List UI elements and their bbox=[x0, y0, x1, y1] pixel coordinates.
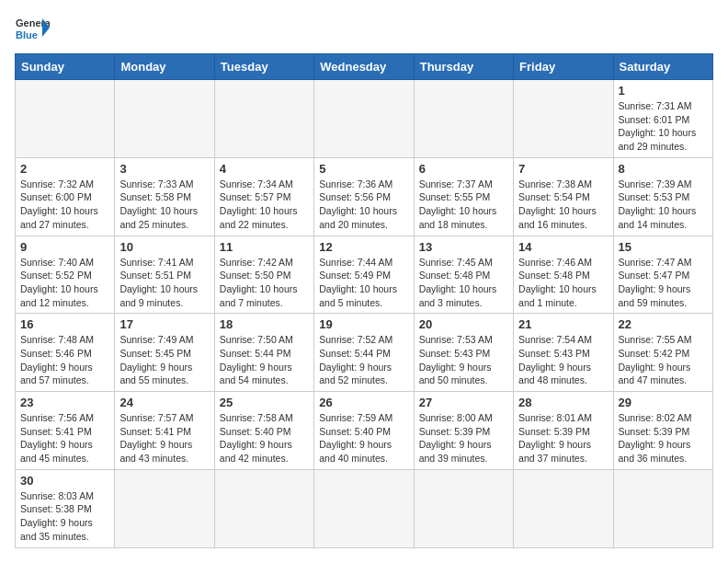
day-number: 2 bbox=[20, 162, 109, 176]
day-number: 29 bbox=[619, 396, 708, 409]
calendar-cell: 29Sunrise: 8:02 AM Sunset: 5:39 PM Dayli… bbox=[613, 392, 712, 470]
day-number: 27 bbox=[419, 396, 508, 409]
day-info: Sunrise: 7:47 AM Sunset: 5:47 PM Dayligh… bbox=[619, 256, 708, 310]
calendar-cell: 6Sunrise: 7:37 AM Sunset: 5:55 PM Daylig… bbox=[414, 157, 513, 236]
col-header-wednesday: Wednesday bbox=[314, 54, 414, 80]
day-info: Sunrise: 7:31 AM Sunset: 6:01 PM Dayligh… bbox=[619, 99, 708, 154]
day-number: 5 bbox=[319, 162, 408, 176]
day-info: Sunrise: 7:48 AM Sunset: 5:46 PM Dayligh… bbox=[20, 333, 109, 387]
day-number: 1 bbox=[619, 84, 708, 98]
calendar-cell bbox=[16, 80, 115, 158]
day-info: Sunrise: 7:53 AM Sunset: 5:43 PM Dayligh… bbox=[419, 333, 508, 387]
calendar-cell bbox=[214, 80, 313, 158]
day-info: Sunrise: 7:52 AM Sunset: 5:44 PM Dayligh… bbox=[319, 333, 408, 387]
col-header-sunday: Sunday bbox=[16, 54, 115, 80]
calendar-cell: 17Sunrise: 7:49 AM Sunset: 5:45 PM Dayli… bbox=[115, 314, 214, 392]
day-info: Sunrise: 7:42 AM Sunset: 5:50 PM Dayligh… bbox=[220, 256, 309, 310]
day-number: 15 bbox=[619, 240, 708, 254]
calendar-cell bbox=[613, 469, 712, 547]
calendar-cell: 22Sunrise: 7:55 AM Sunset: 5:42 PM Dayli… bbox=[613, 314, 712, 392]
calendar-cell: 25Sunrise: 7:58 AM Sunset: 5:40 PM Dayli… bbox=[214, 392, 313, 470]
calendar-cell: 21Sunrise: 7:54 AM Sunset: 5:43 PM Dayli… bbox=[514, 314, 613, 392]
calendar-cell bbox=[414, 469, 513, 547]
calendar-cell: 1Sunrise: 7:31 AM Sunset: 6:01 PM Daylig… bbox=[613, 80, 712, 158]
calendar-cell: 23Sunrise: 7:56 AM Sunset: 5:41 PM Dayli… bbox=[16, 392, 115, 470]
calendar-cell: 10Sunrise: 7:41 AM Sunset: 5:51 PM Dayli… bbox=[115, 236, 214, 314]
calendar-cell: 26Sunrise: 7:59 AM Sunset: 5:40 PM Dayli… bbox=[314, 392, 414, 470]
day-info: Sunrise: 8:01 AM Sunset: 5:39 PM Dayligh… bbox=[518, 411, 608, 465]
day-number: 7 bbox=[518, 162, 608, 176]
calendar-cell bbox=[514, 469, 613, 547]
day-info: Sunrise: 7:41 AM Sunset: 5:51 PM Dayligh… bbox=[119, 256, 209, 310]
day-number: 10 bbox=[119, 240, 209, 254]
calendar-header-row: SundayMondayTuesdayWednesdayThursdayFrid… bbox=[16, 54, 713, 80]
calendar-cell: 28Sunrise: 8:01 AM Sunset: 5:39 PM Dayli… bbox=[514, 392, 613, 470]
day-info: Sunrise: 7:39 AM Sunset: 5:53 PM Dayligh… bbox=[619, 178, 708, 232]
day-number: 24 bbox=[119, 396, 209, 409]
calendar-cell: 7Sunrise: 7:38 AM Sunset: 5:54 PM Daylig… bbox=[514, 157, 613, 236]
day-number: 9 bbox=[20, 240, 109, 254]
calendar-cell bbox=[115, 80, 214, 158]
day-info: Sunrise: 7:46 AM Sunset: 5:48 PM Dayligh… bbox=[518, 256, 608, 310]
day-info: Sunrise: 7:58 AM Sunset: 5:40 PM Dayligh… bbox=[220, 411, 309, 465]
calendar-cell: 16Sunrise: 7:48 AM Sunset: 5:46 PM Dayli… bbox=[16, 314, 115, 392]
day-info: Sunrise: 7:33 AM Sunset: 5:58 PM Dayligh… bbox=[119, 178, 209, 232]
day-info: Sunrise: 8:02 AM Sunset: 5:39 PM Dayligh… bbox=[619, 411, 708, 465]
calendar-cell bbox=[314, 80, 414, 158]
day-info: Sunrise: 7:55 AM Sunset: 5:42 PM Dayligh… bbox=[619, 333, 708, 387]
calendar-cell: 15Sunrise: 7:47 AM Sunset: 5:47 PM Dayli… bbox=[613, 236, 712, 314]
day-number: 11 bbox=[220, 240, 309, 254]
calendar-cell: 2Sunrise: 7:32 AM Sunset: 6:00 PM Daylig… bbox=[16, 157, 115, 236]
calendar-cell: 4Sunrise: 7:34 AM Sunset: 5:57 PM Daylig… bbox=[214, 157, 313, 236]
calendar-cell: 9Sunrise: 7:40 AM Sunset: 5:52 PM Daylig… bbox=[16, 236, 115, 314]
day-info: Sunrise: 7:59 AM Sunset: 5:40 PM Dayligh… bbox=[319, 411, 408, 465]
day-info: Sunrise: 7:49 AM Sunset: 5:45 PM Dayligh… bbox=[119, 333, 209, 387]
day-info: Sunrise: 7:50 AM Sunset: 5:44 PM Dayligh… bbox=[220, 333, 309, 387]
logo: General Blue bbox=[15, 15, 50, 42]
day-info: Sunrise: 7:36 AM Sunset: 5:56 PM Dayligh… bbox=[319, 178, 408, 232]
day-number: 20 bbox=[419, 317, 508, 331]
day-number: 28 bbox=[518, 396, 608, 409]
calendar-cell: 27Sunrise: 8:00 AM Sunset: 5:39 PM Dayli… bbox=[414, 392, 513, 470]
day-info: Sunrise: 7:37 AM Sunset: 5:55 PM Dayligh… bbox=[419, 178, 508, 232]
calendar-cell: 18Sunrise: 7:50 AM Sunset: 5:44 PM Dayli… bbox=[214, 314, 313, 392]
day-number: 13 bbox=[419, 240, 508, 254]
calendar-cell: 19Sunrise: 7:52 AM Sunset: 5:44 PM Dayli… bbox=[314, 314, 414, 392]
calendar-week-row: 1Sunrise: 7:31 AM Sunset: 6:01 PM Daylig… bbox=[16, 80, 713, 158]
day-number: 18 bbox=[220, 317, 309, 331]
calendar-cell bbox=[314, 469, 414, 547]
day-info: Sunrise: 7:38 AM Sunset: 5:54 PM Dayligh… bbox=[518, 178, 608, 232]
svg-text:Blue: Blue bbox=[16, 29, 38, 40]
day-info: Sunrise: 7:57 AM Sunset: 5:41 PM Dayligh… bbox=[119, 411, 209, 465]
calendar-week-row: 23Sunrise: 7:56 AM Sunset: 5:41 PM Dayli… bbox=[16, 392, 713, 470]
day-info: Sunrise: 7:34 AM Sunset: 5:57 PM Dayligh… bbox=[220, 178, 309, 232]
calendar-cell: 11Sunrise: 7:42 AM Sunset: 5:50 PM Dayli… bbox=[214, 236, 313, 314]
calendar-cell: 8Sunrise: 7:39 AM Sunset: 5:53 PM Daylig… bbox=[613, 157, 712, 236]
day-number: 25 bbox=[220, 396, 309, 409]
calendar-cell bbox=[414, 80, 513, 158]
calendar-cell: 30Sunrise: 8:03 AM Sunset: 5:38 PM Dayli… bbox=[16, 469, 115, 547]
calendar-week-row: 9Sunrise: 7:40 AM Sunset: 5:52 PM Daylig… bbox=[16, 236, 713, 314]
calendar-week-row: 16Sunrise: 7:48 AM Sunset: 5:46 PM Dayli… bbox=[16, 314, 713, 392]
day-number: 17 bbox=[119, 317, 209, 331]
day-info: Sunrise: 7:54 AM Sunset: 5:43 PM Dayligh… bbox=[518, 333, 608, 387]
day-info: Sunrise: 8:00 AM Sunset: 5:39 PM Dayligh… bbox=[419, 411, 508, 465]
calendar-table: SundayMondayTuesdayWednesdayThursdayFrid… bbox=[15, 53, 713, 548]
calendar-cell: 3Sunrise: 7:33 AM Sunset: 5:58 PM Daylig… bbox=[115, 157, 214, 236]
day-info: Sunrise: 7:32 AM Sunset: 6:00 PM Dayligh… bbox=[20, 178, 109, 232]
day-number: 19 bbox=[319, 317, 408, 331]
page-header: General Blue bbox=[15, 15, 713, 42]
day-number: 26 bbox=[319, 396, 408, 409]
day-info: Sunrise: 7:40 AM Sunset: 5:52 PM Dayligh… bbox=[20, 256, 109, 310]
logo-svg: General Blue bbox=[15, 15, 50, 42]
calendar-week-row: 2Sunrise: 7:32 AM Sunset: 6:00 PM Daylig… bbox=[16, 157, 713, 236]
calendar-week-row: 30Sunrise: 8:03 AM Sunset: 5:38 PM Dayli… bbox=[16, 469, 713, 547]
day-number: 8 bbox=[619, 162, 708, 176]
day-number: 12 bbox=[319, 240, 408, 254]
col-header-monday: Monday bbox=[115, 54, 214, 80]
day-info: Sunrise: 7:45 AM Sunset: 5:48 PM Dayligh… bbox=[419, 256, 508, 310]
day-number: 21 bbox=[518, 317, 608, 331]
calendar-cell: 24Sunrise: 7:57 AM Sunset: 5:41 PM Dayli… bbox=[115, 392, 214, 470]
calendar-cell: 13Sunrise: 7:45 AM Sunset: 5:48 PM Dayli… bbox=[414, 236, 513, 314]
calendar-cell bbox=[514, 80, 613, 158]
